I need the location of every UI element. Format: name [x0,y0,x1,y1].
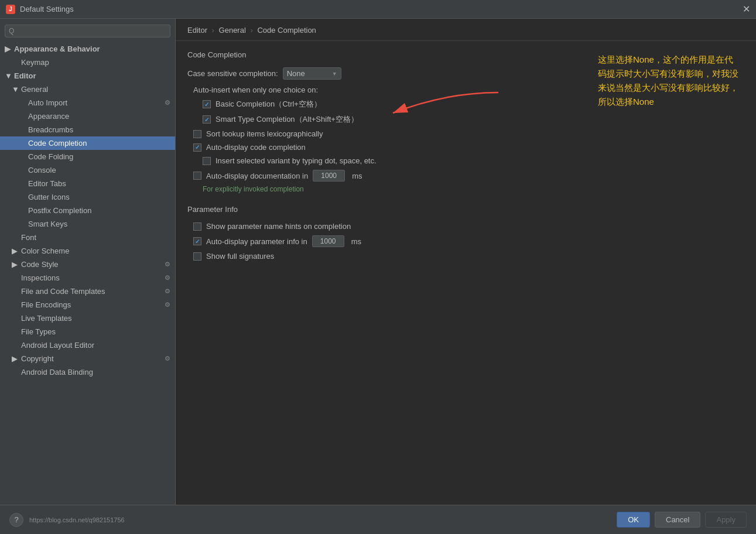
checkbox-sort-lookup-label: Sort lookup items lexicographically [206,129,323,138]
checkbox-show-full-signatures[interactable]: Show full signatures [187,252,744,261]
checkbox-basic-completion[interactable]: Basic Completion（Ctrl+空格） [187,99,744,109]
sidebar-item-label: Copyright [21,354,54,363]
auto-insert-label: Auto-insert when only one choice on: [193,85,318,94]
sidebar-item-copyright[interactable]: ▶ Copyright ⚙ [0,352,175,365]
checkbox-smart-type-label: Smart Type Completion（Alt+Shift+空格） [215,114,358,125]
checkbox-basic-completion-label: Basic Completion（Ctrl+空格） [215,99,321,109]
sidebar-item-label: File and Code Templates [21,287,105,296]
sidebar-item-smart-keys[interactable]: Smart Keys [0,217,175,231]
sidebar-item-file-encodings[interactable]: File Encodings ⚙ [0,298,175,312]
checkbox-auto-display-doc-label: Auto-display documentation in [206,172,308,180]
parameter-section-title: Parameter Info [187,205,744,214]
sidebar-item-label: Auto Import [28,98,67,107]
sidebar-item-label: Editor Tabs [28,179,66,188]
sidebar-item-appearance[interactable]: Appearance [0,109,175,123]
sidebar-item-label: File Types [21,327,56,336]
sidebar: Q ▶ Appearance & Behavior Keymap ▼ Edito… [0,19,176,505]
checkbox-insert-selected[interactable]: Insert selected variant by typing dot, s… [187,156,744,165]
app-icon: J [6,5,15,14]
sidebar-item-auto-import[interactable]: Auto Import ⚙ [0,96,175,109]
sidebar-item-file-types[interactable]: File Types [0,325,175,338]
close-button[interactable]: ✕ [743,5,750,14]
content-panel: Editor › General › Code Completion Code … [176,19,756,505]
titlebar-left: J Default Settings [6,5,74,14]
breadcrumb-sep: › [250,26,252,35]
sidebar-item-live-templates[interactable]: Live Templates [0,312,175,325]
sidebar-item-font[interactable]: Font [0,231,175,244]
sidebar-item-label: Postfix Completion [28,206,91,215]
sidebar-item-label: Font [21,233,36,242]
checkbox-auto-display-param-label: Auto-display parameter info in [206,237,307,246]
sidebar-item-label: Code Style [21,260,59,269]
auto-display-doc-unit: ms [352,172,362,180]
sidebar-item-label: Gutter Icons [28,193,70,201]
sidebar-item-label: Keymap [21,58,49,67]
checkbox-show-param-hints-box[interactable] [193,222,201,231]
sidebar-item-gutter-icons[interactable]: Gutter Icons [0,190,175,204]
sidebar-item-breadcrumbs[interactable]: Breadcrumbs [0,123,175,136]
sidebar-item-label: Android Layout Editor [21,341,94,350]
expand-arrow-icon: ▶ [12,247,19,255]
sidebar-item-general[interactable]: ▼ General [0,83,175,96]
sidebar-item-console[interactable]: Console [0,163,175,177]
checkbox-auto-display-param-box[interactable] [193,237,201,245]
breadcrumb-code-completion: Code Completion [257,26,316,35]
help-button[interactable]: ? [9,513,23,527]
checkbox-show-param-hints[interactable]: Show parameter name hints on completion [187,222,744,231]
sidebar-item-label: File Encodings [21,300,71,309]
checkbox-smart-type-completion[interactable]: Smart Type Completion（Alt+Shift+空格） [187,114,744,125]
checkbox-auto-display-code-box[interactable] [193,143,201,152]
search-input[interactable] [16,27,166,35]
sidebar-item-label: Appearance & Behavior [14,44,100,53]
checkbox-auto-display-code[interactable]: Auto-display code completion [187,143,744,152]
sidebar-item-editor[interactable]: ▼ Editor [0,69,175,83]
settings-content: Code Completion Case sensitive completio… [176,41,756,275]
bottom-bar-buttons: OK Cancel Apply [617,512,747,528]
breadcrumb-editor: Editor [187,26,207,35]
apply-button[interactable]: Apply [705,512,747,528]
sidebar-item-appearance-behavior[interactable]: ▶ Appearance & Behavior [0,42,175,56]
auto-display-doc-input[interactable]: 1000 [313,170,345,182]
sidebar-item-code-completion[interactable]: Code Completion [0,136,175,150]
checkbox-auto-display-doc-box[interactable] [193,172,201,180]
sidebar-item-keymap[interactable]: Keymap [0,56,175,69]
ok-button[interactable]: OK [617,512,650,528]
sidebar-item-label: Code Folding [28,152,73,161]
sidebar-item-postfix-completion[interactable]: Postfix Completion [0,204,175,217]
checkbox-sort-lookup[interactable]: Sort lookup items lexicographically [187,129,744,138]
auto-display-param-input[interactable]: 1000 [312,235,344,247]
settings-icon: ⚙ [165,301,170,309]
breadcrumb-general: General [219,26,246,35]
sidebar-item-inspections[interactable]: Inspections ⚙ [0,271,175,285]
sidebar-item-color-scheme[interactable]: ▶ Color Scheme [0,244,175,258]
checkbox-insert-selected-box[interactable] [203,157,211,165]
sidebar-item-android-layout-editor[interactable]: Android Layout Editor [0,338,175,352]
case-sensitive-select[interactable]: None ▼ [283,67,341,80]
breadcrumb-sep: › [212,26,214,35]
case-sensitive-label: Case sensitive completion: [187,69,278,78]
cancel-button[interactable]: Cancel [655,512,700,528]
sidebar-item-code-style[interactable]: ▶ Code Style ⚙ [0,258,175,271]
checkbox-sort-lookup-box[interactable] [193,130,201,138]
dropdown-arrow-icon: ▼ [332,71,337,77]
expand-arrow-icon: ▼ [5,71,12,80]
search-box[interactable]: Q [5,25,170,37]
settings-icon: ⚙ [165,99,170,107]
checkbox-smart-type-box[interactable] [203,115,211,124]
titlebar: J Default Settings ✕ [0,0,756,19]
settings-icon: ⚙ [165,355,170,362]
bottom-bar: ? https://blog.csdn.net/q982151756 OK Ca… [0,505,756,534]
case-sensitive-row: Case sensitive completion: None ▼ [187,67,744,80]
search-icon: Q [9,27,14,35]
checkbox-basic-completion-box[interactable] [203,100,211,108]
sidebar-item-editor-tabs[interactable]: Editor Tabs [0,177,175,190]
sidebar-item-label: Inspections [21,273,60,282]
sidebar-item-file-code-templates[interactable]: File and Code Templates ⚙ [0,285,175,298]
sidebar-item-android-data-binding[interactable]: Android Data Binding [0,365,175,379]
expand-arrow-icon: ▶ [12,260,19,269]
checkbox-auto-display-param[interactable]: Auto-display parameter info in 1000 ms [187,235,744,247]
checkbox-show-full-signatures-box[interactable] [193,252,201,261]
sidebar-item-label: Live Templates [21,314,71,323]
sidebar-item-code-folding[interactable]: Code Folding [0,150,175,163]
checkbox-auto-display-doc[interactable]: Auto-display documentation in 1000 ms [187,170,744,182]
